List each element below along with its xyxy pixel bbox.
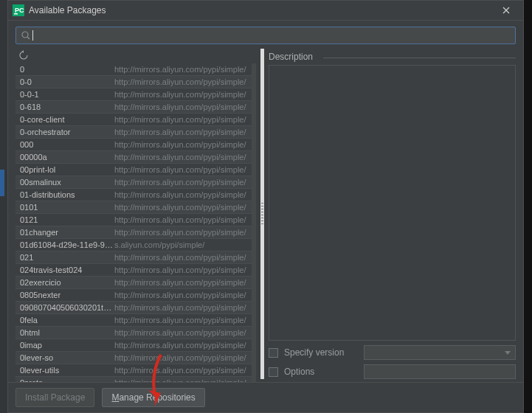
package-name: 0-0 [20, 77, 114, 86]
package-repo: http://mirrors.aliyun.com/pypi/simple/ [114, 165, 252, 174]
package-repo: http://mirrors.aliyun.com/pypi/simple/ [114, 328, 252, 337]
package-repo: http://mirrors.aliyun.com/pypi/simple/ [114, 190, 252, 199]
available-packages-dialog: PC Available Packages [7, 0, 524, 413]
package-row[interactable]: 0-0http://mirrors.aliyun.com/pypi/simple… [15, 76, 252, 88]
package-row[interactable]: 0http://mirrors.aliyun.com/pypi/simple/ [15, 63, 252, 76]
package-name: 0-orchestrator [20, 128, 114, 136]
description-label: Description [269, 52, 313, 62]
package-name: 01-distributions [20, 190, 114, 199]
svg-rect-2 [14, 13, 18, 15]
package-row[interactable]: 0-core-clienthttp://mirrors.aliyun.com/p… [15, 114, 252, 126]
package-repo: http://mirrors.aliyun.com/pypi/simple/ [114, 341, 252, 350]
package-repo: http://mirrors.aliyun.com/pypi/simple/ [114, 253, 252, 262]
package-name: 0html [20, 328, 114, 337]
package-repo: http://mirrors.aliyun.com/pypi/simple/ [114, 140, 252, 149]
package-name: 0 [20, 65, 114, 74]
package-repo: http://mirrors.aliyun.com/pypi/simple/ [114, 115, 252, 124]
package-row[interactable]: 0felahttp://mirrors.aliyun.com/pypi/simp… [15, 314, 252, 327]
manage-repositories-button[interactable]: Manage Repositories [102, 388, 204, 407]
package-row[interactable]: 02exerciciohttp://mirrors.aliyun.com/pyp… [15, 277, 252, 289]
package-repo: http://mirrors.aliyun.com/pypi/simple/ [114, 90, 252, 99]
specify-version-checkbox[interactable] [269, 348, 278, 358]
manage-repositories-label: Manage Repositories [111, 392, 195, 403]
svg-line-6 [27, 37, 30, 39]
options-label: Options [284, 367, 358, 377]
package-repo: http://mirrors.aliyun.com/pypi/simple/ [114, 366, 252, 375]
package-repo: http://mirrors.aliyun.com/pypi/simple/ [114, 291, 252, 299]
specify-version-label: Specify version [284, 347, 358, 358]
package-name: 0805nexter [20, 291, 114, 299]
package-row[interactable]: 01d61084-d29e-11e9-96d1-7c5cf84ffe8es.al… [15, 239, 252, 251]
package-row[interactable]: 00000ahttp://mirrors.aliyun.com/pypi/sim… [15, 151, 252, 164]
description-body [269, 65, 516, 341]
package-name: 0imap [20, 341, 114, 350]
package-row[interactable]: 01-distributionshttp://mirrors.aliyun.co… [15, 189, 252, 201]
package-row[interactable]: 00print-lolhttp://mirrors.aliyun.com/pyp… [15, 164, 252, 176]
package-name: 000 [20, 140, 114, 149]
package-name: 0proto [20, 378, 114, 382]
package-repo: http://mirrors.aliyun.com/pypi/simple/ [114, 153, 252, 162]
package-repo: http://mirrors.aliyun.com/pypi/simple/ [114, 278, 252, 287]
package-repo: http://mirrors.aliyun.com/pypi/simple/ [114, 378, 252, 382]
pycharm-icon: PC [13, 4, 24, 16]
package-repo: http://mirrors.aliyun.com/pypi/simple/ [114, 128, 252, 136]
package-repo: http://mirrors.aliyun.com/pypi/simple/ [114, 303, 252, 312]
package-row[interactable]: 090807040506030201testpiphttp://mirrors.… [15, 302, 252, 314]
package-repo: http://mirrors.aliyun.com/pypi/simple/ [114, 215, 252, 224]
package-row[interactable]: 0-0-1http://mirrors.aliyun.com/pypi/simp… [15, 88, 252, 101]
package-repo: http://mirrors.aliyun.com/pypi/simple/ [114, 353, 252, 362]
install-package-button[interactable]: Install Package [15, 388, 94, 407]
package-row[interactable]: 0htmlhttp://mirrors.aliyun.com/pypi/simp… [15, 327, 252, 339]
search-input[interactable] [15, 27, 516, 44]
package-list[interactable]: 0http://mirrors.aliyun.com/pypi/simple/0… [15, 63, 256, 382]
package-repo: s.aliyun.com/pypi/simple/ [114, 240, 252, 249]
search-icon [21, 30, 31, 41]
refresh-icon[interactable] [18, 50, 29, 63]
package-name: 00000a [20, 153, 114, 162]
package-row[interactable]: 0-618http://mirrors.aliyun.com/pypi/simp… [15, 101, 252, 114]
search-field[interactable] [36, 30, 511, 41]
package-row[interactable]: 0121http://mirrors.aliyun.com/pypi/simpl… [15, 214, 252, 226]
options-input[interactable] [364, 364, 516, 379]
svg-marker-7 [22, 50, 24, 53]
titlebar: PC Available Packages [8, 1, 523, 21]
package-row[interactable]: 000http://mirrors.aliyun.com/pypi/simple… [15, 139, 252, 151]
package-row[interactable]: 021http://mirrors.aliyun.com/pypi/simple… [15, 251, 252, 264]
package-name: 0101 [20, 203, 114, 212]
package-repo: http://mirrors.aliyun.com/pypi/simple/ [114, 203, 252, 212]
package-repo: http://mirrors.aliyun.com/pypi/simple/ [114, 316, 252, 324]
package-row[interactable]: 024travis-test024http://mirrors.aliyun.c… [15, 264, 252, 277]
package-row[interactable]: 01changerhttp://mirrors.aliyun.com/pypi/… [15, 226, 252, 239]
package-name: 0-core-client [20, 115, 114, 124]
package-row[interactable]: 00smalinuxhttp://mirrors.aliyun.com/pypi… [15, 176, 252, 189]
package-row[interactable]: 0805nexterhttp://mirrors.aliyun.com/pypi… [15, 289, 252, 302]
package-repo: http://mirrors.aliyun.com/pypi/simple/ [114, 178, 252, 187]
package-name: 0lever-utils [20, 366, 114, 375]
package-row[interactable]: 0lever-sohttp://mirrors.aliyun.com/pypi/… [15, 352, 252, 364]
window-title: Available Packages [29, 5, 494, 15]
package-repo: http://mirrors.aliyun.com/pypi/simple/ [114, 228, 252, 237]
package-row[interactable]: 0imaphttp://mirrors.aliyun.com/pypi/simp… [15, 339, 252, 352]
package-name: 00smalinux [20, 178, 114, 187]
package-name: 0-0-1 [20, 90, 114, 99]
package-repo: http://mirrors.aliyun.com/pypi/simple/ [114, 103, 252, 111]
package-row[interactable]: 0-orchestratorhttp://mirrors.aliyun.com/… [15, 126, 252, 139]
package-name: 0fela [20, 316, 114, 324]
specify-version-select[interactable] [364, 345, 516, 360]
package-list-scrollbar[interactable] [252, 63, 256, 382]
package-repo: http://mirrors.aliyun.com/pypi/simple/ [114, 266, 252, 274]
package-name: 021 [20, 253, 114, 262]
package-name: 01changer [20, 228, 114, 237]
package-row[interactable]: 0protohttp://mirrors.aliyun.com/pypi/sim… [15, 377, 252, 382]
options-checkbox[interactable] [269, 367, 278, 377]
package-name: 0lever-so [20, 353, 114, 362]
package-repo: http://mirrors.aliyun.com/pypi/simple/ [114, 65, 252, 74]
svg-text:PC: PC [15, 7, 24, 14]
splitter[interactable] [260, 49, 264, 379]
install-package-label: Install Package [25, 392, 85, 403]
package-name: 024travis-test024 [20, 266, 114, 274]
package-row[interactable]: 0lever-utilshttp://mirrors.aliyun.com/py… [15, 364, 252, 377]
close-button[interactable] [494, 2, 519, 18]
package-name: 090807040506030201testpip [20, 303, 114, 312]
package-row[interactable]: 0101http://mirrors.aliyun.com/pypi/simpl… [15, 201, 252, 214]
